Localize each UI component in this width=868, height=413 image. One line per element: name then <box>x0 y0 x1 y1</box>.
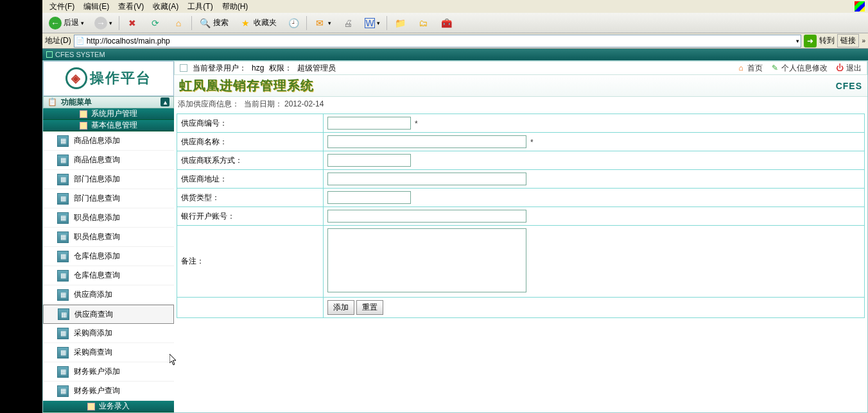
home-icon: ⌂ <box>172 17 185 30</box>
back-button[interactable]: ← 后退 ▾ <box>45 14 88 32</box>
folder2-button[interactable]: 🗂 <box>413 14 433 32</box>
menu-category[interactable]: 基本信息管理 <box>43 120 174 131</box>
edit-button[interactable]: W▾ <box>361 15 384 31</box>
search-button[interactable]: 🔍 搜索 <box>195 14 232 32</box>
crumb-title: 添加供应商信息： <box>178 99 239 110</box>
item-icon: ▦ <box>57 366 69 378</box>
text-input[interactable] <box>327 191 411 204</box>
sidebar-item[interactable]: ▦供应商查询 <box>43 305 174 324</box>
back-icon: ← <box>49 17 62 30</box>
home-link[interactable]: ⌂首页 <box>736 63 763 74</box>
menubar-item[interactable]: 帮助(H) <box>218 0 252 13</box>
folder1-button[interactable]: 📁 <box>390 14 410 32</box>
sidebar-item[interactable]: ▦职员信息添加 <box>43 208 174 228</box>
logout-link[interactable]: ⏻退出 <box>835 63 862 74</box>
home-button[interactable]: ⌂ <box>168 14 189 32</box>
profile-link[interactable]: ✎个人信息修改 <box>770 63 828 74</box>
field-cell <box>324 151 865 170</box>
sidebar-item[interactable]: ▦供应商添加 <box>43 285 174 305</box>
required-mark: * <box>415 119 418 128</box>
sidebar-item[interactable]: ▦财务账户添加 <box>43 362 174 382</box>
menubar-item[interactable]: 文件(F) <box>46 0 78 13</box>
category-label: 业务录入 <box>99 401 130 412</box>
mail-button[interactable]: ✉▾ <box>309 14 335 32</box>
windows-logo-icon <box>855 1 865 12</box>
sidebar-item[interactable]: ▦仓库信息查询 <box>43 266 174 285</box>
sidebar-item[interactable]: ▦采购商查询 <box>43 343 174 362</box>
go-button[interactable]: ➜ <box>804 35 817 47</box>
add-button[interactable]: 添加 <box>327 300 354 315</box>
info-icon <box>180 64 187 72</box>
sidebar-item[interactable]: ▦部门信息添加 <box>43 170 174 189</box>
item-icon: ▦ <box>57 347 69 358</box>
stop-icon: ✖ <box>126 17 139 30</box>
sidebar-item[interactable]: ▦财务账户查询 <box>43 382 174 401</box>
item-icon: ▦ <box>57 328 69 339</box>
forward-button[interactable]: → ▾ <box>91 14 116 32</box>
address-input[interactable]: 📄 http://localhost/main.php ▾ <box>74 35 802 47</box>
tools-icon: 🧰 <box>440 17 453 30</box>
sidebar-item[interactable]: ▦仓库信息添加 <box>43 247 174 266</box>
field-label: 银行开户账号： <box>177 207 324 226</box>
home-label: 首页 <box>747 63 763 74</box>
remark-textarea[interactable] <box>327 228 526 292</box>
menubar-item[interactable]: 收藏(A) <box>149 0 182 13</box>
dropdown-icon[interactable]: ▾ <box>796 38 799 44</box>
go-label: 转到 <box>819 35 835 46</box>
sidebar-item[interactable]: ▦职员信息查询 <box>43 228 174 247</box>
links-button[interactable]: 链接 <box>837 34 859 47</box>
star-icon: ★ <box>239 17 252 30</box>
field-cell <box>324 189 865 207</box>
item-icon: ▦ <box>57 289 69 301</box>
menu-header[interactable]: 📋 功能菜单 ▴ <box>43 96 174 109</box>
reset-button[interactable]: 重置 <box>356 300 383 315</box>
search-icon: 🔍 <box>198 17 211 30</box>
banner-title: 虹凤凰进销存管理系统 <box>179 77 314 94</box>
refresh-button[interactable]: ⟳ <box>145 14 166 32</box>
menubar-item[interactable]: 工具(T) <box>184 0 216 13</box>
item-label: 财务账户查询 <box>74 385 120 396</box>
menu-head-label: 功能菜单 <box>61 97 92 108</box>
sidebar-item[interactable]: ▦采购商添加 <box>43 324 174 343</box>
sidebar-item[interactable]: ▦部门信息查询 <box>43 189 174 208</box>
item-icon: ▦ <box>57 385 69 397</box>
item-label: 供应商查询 <box>74 309 113 320</box>
text-input[interactable] <box>327 117 411 130</box>
category-icon <box>87 403 95 410</box>
text-input[interactable] <box>327 173 526 185</box>
breadcrumb: 添加供应商信息： 当前日期： 2012-02-14 <box>174 97 867 111</box>
item-icon: ▦ <box>57 232 69 243</box>
crumb-date: 2012-02-14 <box>284 99 324 108</box>
favorites-button[interactable]: ★ 收藏夹 <box>235 14 281 32</box>
logout-label: 退出 <box>846 63 862 74</box>
tools-button[interactable]: 🧰 <box>436 14 456 32</box>
sidebar-item[interactable]: ▦商品信息添加 <box>43 131 174 151</box>
item-label: 仓库信息查询 <box>74 270 120 281</box>
empty-cell <box>177 298 324 318</box>
app-title: CFES SYSTEM <box>55 51 105 58</box>
item-label: 财务账户添加 <box>74 366 120 377</box>
menubar-item[interactable]: 编辑(E) <box>80 0 113 13</box>
form-area: 供应商编号：*供应商名称：*供应商联系方式：供应商地址：供货类型：银行开户账号：… <box>174 111 867 321</box>
sidebar-item[interactable]: ▦商品信息查询 <box>43 151 174 170</box>
banner-brand: CFES <box>836 81 862 91</box>
menu-head-icon: 📋 <box>48 97 57 106</box>
history-button[interactable]: 🕘 <box>283 14 304 32</box>
window-icon <box>46 51 53 58</box>
role-prefix: 权限： <box>269 63 292 74</box>
print-button[interactable]: 🖨 <box>338 14 358 32</box>
menu-category[interactable]: 业务录入 <box>43 401 174 412</box>
search-label: 搜索 <box>213 17 229 28</box>
links-expand[interactable]: » <box>862 37 865 44</box>
text-input[interactable] <box>327 210 526 223</box>
stop-button[interactable]: ✖ <box>122 14 143 32</box>
menu-category[interactable]: 系统用户管理 <box>43 108 174 120</box>
category-icon <box>80 110 87 118</box>
collapse-icon[interactable]: ▴ <box>161 97 169 106</box>
logo-text: 操作平台 <box>90 69 152 88</box>
crumb-date-label: 当前日期： <box>244 99 282 110</box>
item-icon: ▦ <box>57 174 69 185</box>
text-input[interactable] <box>327 135 526 148</box>
menubar-item[interactable]: 查看(V) <box>114 0 148 13</box>
text-input[interactable] <box>327 154 411 167</box>
